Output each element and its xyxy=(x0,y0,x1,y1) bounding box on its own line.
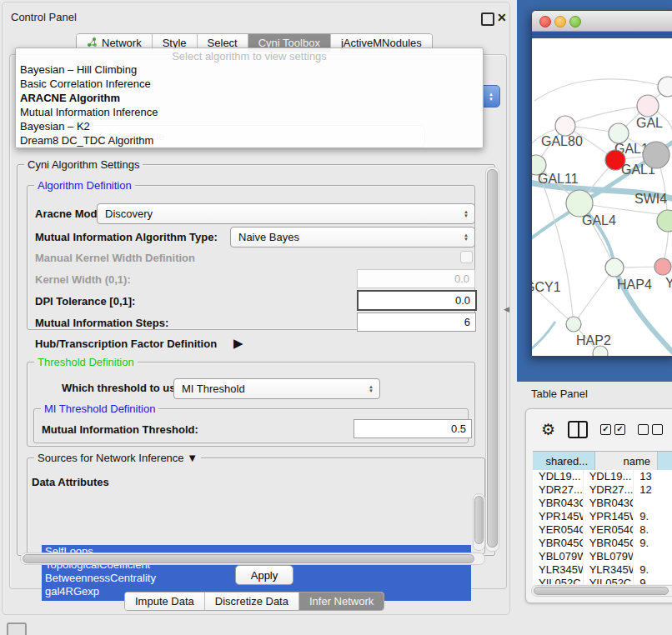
aracne-mode-combobox[interactable]: Discovery ▲▼ xyxy=(97,203,475,224)
node-label: HAP4 xyxy=(617,278,652,292)
column-header-A[interactable]: A xyxy=(658,452,672,470)
data-attributes-label: Data Attributes xyxy=(32,476,109,488)
table-cell: YLR345W xyxy=(533,563,584,577)
settings-gear-icon[interactable]: ⚙ xyxy=(541,420,555,439)
mi-type-combobox[interactable]: Naive Bayes ▲▼ xyxy=(230,227,475,248)
aracne-mode-value: Discovery xyxy=(98,208,459,220)
kernel-width-label: Kernel Width (0,1): xyxy=(35,273,131,286)
table-cell: 9. xyxy=(634,537,672,550)
table-cell: YBL079W xyxy=(584,550,634,563)
algorithm-option[interactable]: Bayesian – K2 xyxy=(16,119,483,133)
table-row[interactable]: YIL052CYIL052C9 xyxy=(533,577,672,584)
table-row[interactable]: YDL19...YDL19...13 xyxy=(533,470,672,483)
table-cell: YDL19... xyxy=(584,470,634,483)
deselect-columns-icon[interactable] xyxy=(638,424,663,435)
algorithm-option[interactable]: Bayesian – Hill Climbing xyxy=(16,62,483,77)
tab-impute-data[interactable]: Impute Data xyxy=(125,592,205,610)
settings-scrollbar[interactable] xyxy=(485,167,499,552)
mi-type-label: Mutual Information Algorithm Type: xyxy=(35,231,218,243)
network-node-Y[interactable] xyxy=(654,258,671,275)
algorithm-dropdown-prompt: Select algorithm to view settings xyxy=(16,48,483,62)
algorithm-option[interactable]: Dream8 DC_TDC Algorithm xyxy=(16,133,483,148)
collapse-arrow-icon[interactable]: ▼ xyxy=(187,452,198,464)
algorithm-option[interactable]: ARACNE Algorithm xyxy=(16,91,483,105)
tab-discretize-data[interactable]: Discretize Data xyxy=(205,592,299,610)
network-edge-thick[interactable] xyxy=(532,322,555,356)
which-threshold-combobox[interactable]: MI Threshold ▲▼ xyxy=(173,378,380,399)
close-traffic-light[interactable] xyxy=(539,16,551,28)
attribute-list-scrollbar[interactable] xyxy=(473,493,485,551)
column-header-shared[interactable]: shared... xyxy=(533,452,595,470)
network-node-GAL10[interactable] xyxy=(609,123,629,143)
table-horizontal-scrollbar[interactable] xyxy=(531,585,672,597)
node-label: GAL11 xyxy=(538,172,579,186)
kernel-width-field[interactable]: 0.0 xyxy=(357,269,475,288)
network-window-accent-strip xyxy=(532,32,672,38)
table-row[interactable]: YBR045CYBR045C9. xyxy=(533,537,672,550)
network-node-GAL80[interactable] xyxy=(555,116,575,136)
network-node[interactable] xyxy=(593,346,608,356)
network-node[interactable] xyxy=(643,142,669,168)
panel-divider-arrow-icon[interactable]: ◀ xyxy=(504,305,509,313)
combo-stepper-icon: ▲▼ xyxy=(459,233,474,242)
network-node-SWI4[interactable] xyxy=(657,210,672,232)
combo-stepper-icon: ▲▼ xyxy=(364,385,379,393)
column-header-name[interactable]: name xyxy=(595,452,658,470)
manual-kernel-label: Manual Kernel Width Definition xyxy=(35,252,195,264)
mi-threshold-field[interactable]: 0.5 xyxy=(354,419,472,438)
zoom-traffic-light[interactable] xyxy=(569,16,581,28)
table-cell: YBL079W xyxy=(533,550,584,563)
algorithm-options: Bayesian – Hill ClimbingBasic Correlatio… xyxy=(16,62,483,148)
which-threshold-value: MI Threshold xyxy=(174,382,364,395)
table-row[interactable]: YBL079WYBL079W xyxy=(533,550,672,563)
mi-steps-field[interactable]: 6 xyxy=(357,312,476,332)
network-view-window: GALGAL80GAL10GAL1GAL11GAL4SWI4HAP4YGCY1H… xyxy=(531,10,672,357)
table-cell: YER054C xyxy=(584,523,634,537)
float-window-icon[interactable] xyxy=(481,12,494,26)
table-cell: YDR27... xyxy=(584,483,634,497)
table-cell xyxy=(634,550,672,563)
network-node-HAP4[interactable] xyxy=(605,258,624,277)
table-cell: 9 xyxy=(634,577,672,584)
network-node-HAP2[interactable] xyxy=(566,317,581,332)
network-edge[interactable] xyxy=(574,268,614,324)
settings-horizontal-scrollbar[interactable] xyxy=(20,552,485,565)
apply-button[interactable]: Apply xyxy=(235,565,293,585)
table-cell: YIL052C xyxy=(533,577,584,584)
manual-kernel-checkbox[interactable] xyxy=(460,251,473,263)
algorithm-definition-title: Algorithm Definition xyxy=(34,179,135,192)
network-canvas[interactable]: GALGAL80GAL10GAL1GAL11GAL4SWI4HAP4YGCY1H… xyxy=(532,38,672,356)
mi-threshold-title: MI Threshold Definition xyxy=(41,402,158,415)
select-columns-icon[interactable]: ✓✓ xyxy=(600,424,625,435)
algorithm-combobox-stepper[interactable]: ▲▼ xyxy=(482,85,500,108)
table-row[interactable]: YDR27...YDR27...12 xyxy=(533,483,672,497)
table-row[interactable]: YER054CYER054C8. xyxy=(533,523,672,537)
dpi-tolerance-field[interactable]: 0.0 xyxy=(357,290,477,311)
table-cell: YDR27... xyxy=(533,483,584,497)
mi-threshold-label: Mutual Information Threshold: xyxy=(42,423,198,436)
table-row[interactable]: YBR043CYBR043C xyxy=(533,497,672,510)
close-icon[interactable]: ✕ xyxy=(497,11,507,24)
algorithm-option[interactable]: Mutual Information Inference xyxy=(16,105,483,119)
table-cell: YPR145W xyxy=(584,510,634,523)
algorithm-option[interactable]: Basic Correlation Inference xyxy=(16,77,483,91)
sources-title: Sources for Network Inference ▼ xyxy=(34,452,201,464)
table-cell: YIL052C xyxy=(584,577,634,584)
table-cell: YBR043C xyxy=(584,497,634,510)
minimize-traffic-light[interactable] xyxy=(554,16,566,28)
expand-arrow-icon[interactable]: ▶ xyxy=(233,336,243,351)
table-row[interactable]: YLR345WYLR345W9. xyxy=(533,563,672,577)
network-window-titlebar[interactable] xyxy=(532,11,672,32)
table-cell: 13 xyxy=(634,470,672,483)
network-node-GAL[interactable] xyxy=(637,95,659,117)
node-label: GAL4 xyxy=(582,213,616,228)
mi-steps-label: Mutual Information Steps: xyxy=(35,317,168,329)
table-cell: YPR145W xyxy=(533,510,584,523)
split-view-icon[interactable] xyxy=(568,421,588,438)
collapsed-panel-icon[interactable] xyxy=(7,622,27,635)
threshold-definition-title: Threshold Definition xyxy=(34,356,138,368)
table-cell: YER054C xyxy=(533,523,584,537)
node-label: GAL xyxy=(636,116,663,130)
tab-infer-network[interactable]: Infer Network xyxy=(299,592,384,610)
table-row[interactable]: YPR145WYPR145W9. xyxy=(533,510,672,523)
